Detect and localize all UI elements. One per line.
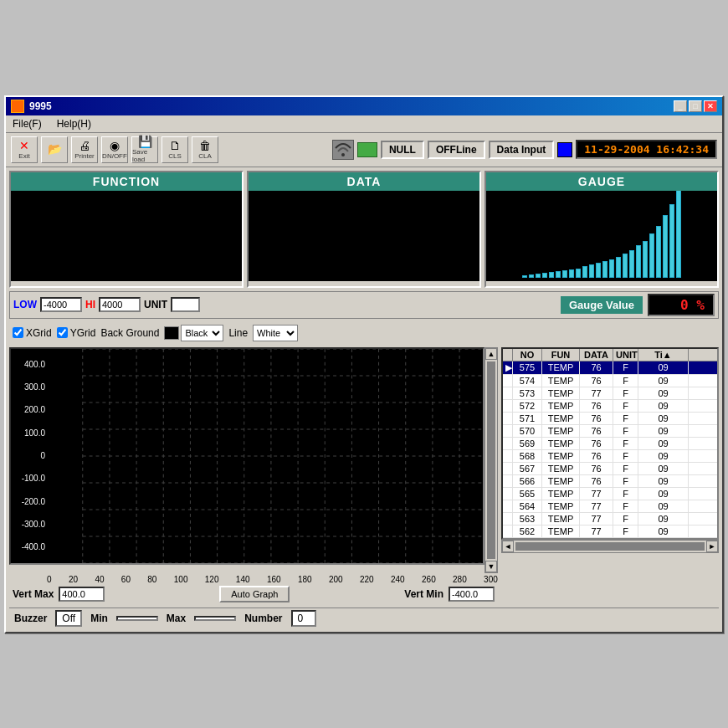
gauge-value-panel: Gauge Value 0 % [561, 294, 715, 316]
table-row[interactable]: 568 TEMP 76 F 09 [503, 450, 717, 463]
td-time: 09 [638, 387, 689, 399]
gauge-bar-0 [522, 275, 527, 277]
td-fun: TEMP [542, 387, 580, 399]
table-row[interactable]: 571 TEMP 76 F 09 [503, 413, 717, 425]
table-row[interactable]: 566 TEMP 76 F 09 [503, 475, 717, 488]
table-row[interactable]: 563 TEMP 77 F 09 [503, 513, 717, 525]
x-label-260: 260 [422, 575, 436, 584]
gauge-bar-2 [536, 274, 541, 277]
td-time: 09 [638, 438, 689, 449]
scroll-right-button[interactable]: ► [706, 541, 718, 552]
x-label-80: 80 [147, 575, 156, 584]
x-label-220: 220 [360, 575, 374, 584]
x-label-160: 160 [267, 575, 281, 584]
td-no: 565 [513, 488, 542, 500]
minimize-button[interactable]: _ [674, 100, 687, 112]
cls-button[interactable]: 🗋 CLS [161, 136, 188, 163]
open-button[interactable]: 📂 [41, 136, 68, 163]
maximize-button[interactable]: □ [689, 100, 702, 112]
gauge-panel-header: GAUGE [486, 172, 717, 191]
gauge-bar-21 [663, 215, 668, 278]
td-no: 570 [513, 425, 542, 437]
datainput-status[interactable]: Data Input [489, 141, 555, 159]
gauge-bar-9 [582, 266, 587, 277]
td-data: 76 [580, 375, 613, 387]
y-label-n300: -300.0 [13, 520, 47, 529]
table-body: ▶ 575 TEMP 76 F 09 574 TEMP 76 F 09 573 … [503, 361, 717, 538]
bg-color-dropdown[interactable]: Black White Blue Gray [181, 325, 223, 341]
unit-value-input[interactable] [171, 297, 200, 312]
null-status[interactable]: NULL [381, 141, 424, 159]
td-unit: F [613, 463, 638, 474]
title-bar: 9995 _ □ ✕ [6, 97, 722, 115]
td-fun: TEMP [542, 475, 580, 487]
max-label: Max [167, 613, 186, 624]
controls-row: LOW HI UNIT Gauge Value 0 % [9, 291, 719, 319]
hi-value-input[interactable] [99, 297, 141, 312]
scroll-up-button[interactable]: ▲ [485, 348, 497, 360]
xgrid-checkbox[interactable] [13, 327, 23, 338]
table-row[interactable]: 569 TEMP 76 F 09 [503, 438, 717, 450]
vert-min-input[interactable] [449, 587, 495, 602]
toolbar-right: NULL OFFLine Data Input 11-29-2004 16:42… [332, 140, 717, 160]
y-label-0: 0 [13, 451, 47, 460]
table-row[interactable]: 562 TEMP 77 F 09 [503, 525, 717, 538]
cla-icon: 🗑 [199, 140, 211, 151]
td-data: 76 [580, 361, 613, 374]
background-label: Back Ground [100, 327, 159, 339]
td-fun: TEMP [542, 361, 580, 374]
menu-file[interactable]: File(F) [9, 117, 45, 131]
table-row[interactable]: 572 TEMP 76 F 09 [503, 400, 717, 413]
table-row[interactable]: 570 TEMP 76 F 09 [503, 425, 717, 438]
horizontal-scrollbar[interactable]: ◄ ► [501, 540, 719, 553]
h-scroll-thumb[interactable] [515, 542, 705, 551]
table-row[interactable]: 564 TEMP 77 F 09 [503, 500, 717, 513]
td-time: 09 [638, 425, 689, 437]
gauge-bar-5 [556, 271, 561, 278]
saveload-button[interactable]: 💾 Save load [131, 136, 158, 163]
xgrid-label: XGrid [26, 327, 52, 339]
vertical-scrollbar[interactable]: ▲ ▼ [484, 347, 498, 573]
printer-button[interactable]: 🖨 Printer [71, 136, 98, 163]
saveload-label: Save load [132, 148, 157, 163]
table-row[interactable]: 574 TEMP 76 F 09 [503, 375, 717, 387]
scroll-left-button[interactable]: ◄ [502, 541, 514, 552]
hi-label: HI [85, 299, 95, 310]
th-time: Ti▲ [638, 349, 689, 361]
low-value-input[interactable] [40, 297, 82, 312]
vert-row: Vert Max Auto Graph Vert Min [9, 584, 498, 604]
offline-status[interactable]: OFFLine [428, 141, 485, 159]
printer-icon: 🖨 [79, 140, 90, 151]
app-icon [11, 100, 24, 113]
table-row[interactable]: ▶ 575 TEMP 76 F 09 [503, 361, 717, 375]
gauge-bar-23 [676, 191, 681, 278]
x-label-20: 20 [69, 575, 78, 584]
graph-row: 400.0 300.0 200.0 100.0 0 -100.0 -200.0 … [9, 347, 498, 573]
line-color-dropdown[interactable]: White Black Yellow Green [253, 325, 298, 341]
dnoff-label: DN/OFF [102, 152, 127, 160]
menu-help[interactable]: Help(H) [54, 117, 95, 131]
vert-max-input[interactable] [59, 587, 105, 602]
scroll-thumb[interactable] [487, 361, 495, 559]
td-time: 09 [638, 525, 689, 537]
gauge-bar-17 [636, 245, 641, 278]
graph-grid-svg [49, 349, 484, 563]
table-row[interactable]: 567 TEMP 76 F 09 [503, 463, 717, 475]
td-fun: TEMP [542, 400, 580, 412]
scroll-down-button[interactable]: ▼ [485, 561, 497, 572]
y-label-100: 100.0 [13, 428, 47, 438]
td-fun: TEMP [542, 450, 580, 462]
table-row[interactable]: 565 TEMP 77 F 09 [503, 488, 717, 500]
dnoff-button[interactable]: ◉ DN/OFF [101, 136, 128, 163]
max-value [194, 616, 236, 621]
close-button[interactable]: ✕ [704, 100, 717, 112]
gauge-panel: GAUGE [484, 171, 719, 288]
cla-button[interactable]: 🗑 CLA [192, 136, 218, 163]
gauge-bar-20 [656, 226, 661, 278]
x-label-100: 100 [174, 575, 188, 584]
td-unit: F [613, 500, 638, 512]
exit-button[interactable]: ✕ Exit [11, 136, 38, 163]
table-row[interactable]: 573 TEMP 77 F 09 [503, 387, 717, 400]
auto-graph-button[interactable]: Auto Graph [219, 586, 290, 602]
ygrid-checkbox[interactable] [57, 327, 68, 338]
